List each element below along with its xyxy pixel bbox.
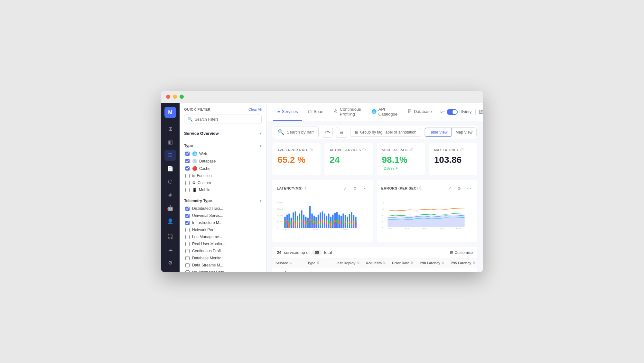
group-icon: ⊞: [355, 130, 358, 135]
svg-rect-43: [313, 223, 315, 228]
service-overview-section[interactable]: Service Overview ▾: [184, 128, 262, 138]
filter-item-db-monitor: Database Monito...: [184, 255, 262, 262]
table-view-button[interactable]: Table View: [425, 128, 452, 137]
type-section-header[interactable]: Type ▾: [184, 142, 262, 150]
log-checkbox[interactable]: [185, 235, 190, 239]
tab-services[interactable]: ≡ Services: [273, 103, 302, 121]
table-header-row: Service ⇅ Type ⇅ Last Deploy ⇅ Requests …: [272, 258, 477, 268]
view-toggle: Table View Map View: [425, 127, 477, 137]
filter-item-network: Network Perf...: [184, 226, 262, 233]
db-monitor-checkbox[interactable]: [185, 256, 190, 260]
continuous-checkbox[interactable]: [185, 249, 190, 253]
tab-database[interactable]: 🗄 Database: [403, 103, 436, 121]
search-field[interactable]: [287, 130, 314, 135]
svg-rect-73: [341, 221, 342, 225]
more-errors-button[interactable]: ⋯: [465, 184, 473, 192]
live-label: Live: [438, 110, 445, 114]
map-view-button[interactable]: Map View: [452, 128, 476, 137]
clear-all-button[interactable]: Clear All: [248, 107, 262, 111]
infrastructure-checkbox[interactable]: [185, 221, 190, 225]
svg-text:JAN 15: JAN 15: [313, 228, 318, 230]
max-latency-value: 103.86: [434, 155, 472, 165]
web-label: 🌐 Web: [192, 151, 207, 156]
filter-errors-button[interactable]: ⚙: [455, 184, 463, 192]
svg-text:12: 12: [382, 208, 384, 210]
data-streams-label: Data Streams M...: [192, 263, 223, 267]
svg-rect-31: [303, 221, 304, 225]
no-telemetry-checkbox[interactable]: [185, 270, 190, 273]
latency-chart-card: LATENCY(MS) ⓘ ⤢ ⚙ ⋯ 400: [272, 180, 373, 242]
filter-item-infrastructure: Infrastructure M...: [184, 219, 262, 226]
svg-rect-62: [330, 223, 332, 227]
expand-errors-button[interactable]: ⤢: [446, 184, 453, 192]
tab-api-catalogue[interactable]: 🌐 API Catalogue: [367, 103, 402, 121]
api-tab-label: API Catalogue: [378, 107, 397, 116]
distributed-checkbox[interactable]: [185, 207, 190, 211]
tab-span[interactable]: ⬡ Span: [303, 103, 328, 121]
titlebar: [161, 91, 483, 103]
sidebar-icon-document[interactable]: 📄: [164, 163, 176, 174]
print-button[interactable]: 🖨: [336, 127, 347, 138]
sidebar-icon-headset[interactable]: 🎧: [164, 231, 176, 242]
filter-item-cache: 🔴 Cache: [184, 165, 262, 172]
stat-active-services: ACTIVE SERVICES ⓘ 24: [324, 143, 373, 175]
rum-checkbox[interactable]: [185, 242, 190, 246]
svg-text:400 ms: 400 ms: [277, 202, 283, 204]
filter-latency-button[interactable]: ⚙: [351, 184, 359, 192]
code-view-button[interactable]: </>: [322, 127, 333, 138]
minimize-button[interactable]: [173, 95, 177, 99]
telemetry-filter-section: Telemetry Type ▾ Distributed Traci... Un…: [184, 197, 262, 272]
web-checkbox[interactable]: [185, 152, 190, 156]
sidebar-icon-home[interactable]: ⊞: [164, 123, 176, 135]
sidebar-icon-settings[interactable]: ⚙: [164, 257, 176, 268]
sidebar-icon-list[interactable]: ☰: [164, 150, 176, 161]
sidebar-icon-chart[interactable]: ◈: [164, 189, 176, 200]
svg-rect-90: [355, 223, 357, 228]
svg-rect-47: [318, 220, 319, 224]
sidebar-icon-monitor[interactable]: ⬡: [164, 176, 176, 187]
function-checkbox[interactable]: [185, 174, 190, 178]
customise-button[interactable]: ⊞ Customise: [450, 250, 473, 255]
expand-latency-button[interactable]: ⤢: [341, 184, 349, 192]
update-button[interactable]: 🔄 Update: [475, 108, 483, 116]
rum-label: Real User Monito...: [192, 242, 225, 246]
custom-checkbox[interactable]: [185, 181, 190, 185]
data-streams-checkbox[interactable]: [185, 263, 190, 267]
database-checkbox[interactable]: [185, 159, 190, 163]
svg-text:JAN 21: JAN 21: [438, 228, 444, 229]
sidebar-icon-grid[interactable]: ◧: [164, 136, 176, 148]
error-rate-cell: 4.93%: [389, 268, 416, 273]
telemetry-section-title: Telemetry Type: [184, 199, 212, 203]
chevron-down-icon-type: ▾: [260, 144, 262, 148]
live-switch[interactable]: [447, 109, 458, 115]
infrastructure-label: Infrastructure M...: [192, 220, 222, 225]
svg-rect-82: [349, 221, 350, 225]
sidebar-icon-robot[interactable]: 🤖: [164, 202, 176, 214]
filter-search-field[interactable]: [195, 117, 258, 122]
sidebar-icon-cloud[interactable]: ☁: [164, 244, 176, 255]
sidebar-icon-person[interactable]: 👤: [164, 216, 176, 227]
svg-rect-52: [322, 220, 323, 223]
db-monitor-label: Database Monito...: [192, 256, 225, 260]
col-p90: P90 Latency ⇅: [416, 258, 447, 268]
main-search-input[interactable]: 🔍: [273, 126, 319, 138]
maximize-button[interactable]: [180, 95, 184, 99]
group-by-button[interactable]: ⊞ Group by tag, label or annotation: [350, 128, 421, 137]
svg-rect-23: [297, 221, 298, 225]
telemetry-section-header[interactable]: Telemetry Type ▾: [184, 197, 262, 205]
network-checkbox[interactable]: [185, 228, 190, 232]
errors-chart-card: ERRORS (PER SEC) ⓘ ⤢ ⚙ ⋯: [377, 180, 478, 242]
cache-label: 🔴 Cache: [192, 166, 210, 171]
latency-chart-title: LATENCY(MS) ⓘ: [277, 186, 307, 191]
latency-chart-actions: ⤢ ⚙ ⋯: [341, 184, 369, 192]
close-button[interactable]: [166, 95, 170, 99]
universal-checkbox[interactable]: [185, 214, 190, 218]
mobile-checkbox[interactable]: [185, 188, 190, 192]
tab-continuous-profiling[interactable]: ⏱ Continuous Profiling: [329, 103, 366, 121]
more-latency-button[interactable]: ⋯: [361, 184, 369, 192]
search-filter-input[interactable]: 🔍: [184, 115, 262, 124]
log-label: Log Manageme...: [192, 235, 222, 239]
cache-checkbox[interactable]: [185, 166, 190, 171]
svg-rect-51: [322, 211, 323, 228]
svg-rect-10: [286, 221, 288, 225]
